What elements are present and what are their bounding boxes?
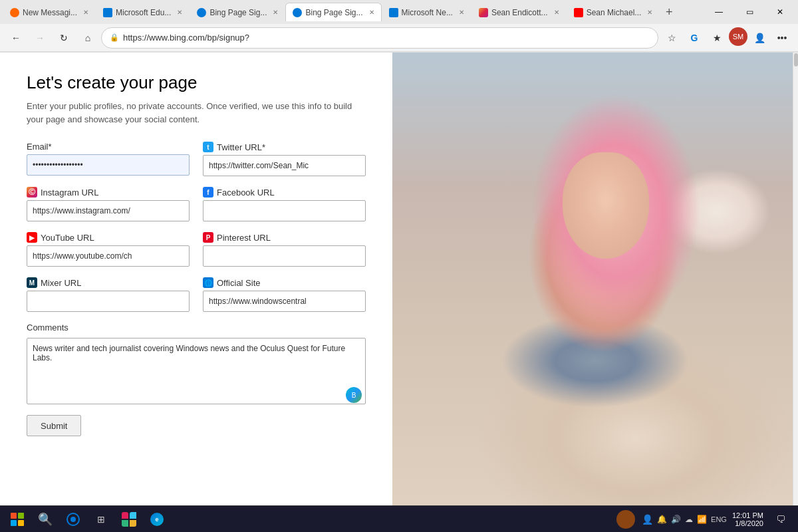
tab-close-button[interactable]: ✕ [270, 9, 278, 16]
mixer-input[interactable] [27, 291, 190, 312]
browser-chrome: New Messagi... ✕ Microsoft Edu... ✕ Bing… [0, 0, 798, 53]
language-indicator[interactable]: ENG [711, 515, 727, 523]
tab-favicon [103, 8, 112, 17]
pinterest-icon: P [203, 232, 213, 243]
start-button[interactable] [5, 507, 29, 531]
notification-icon[interactable]: 🔔 [657, 515, 667, 524]
mixer-field-group: M Mixer URL [27, 277, 190, 312]
comments-field-group: Comments News writer and tech journalist… [27, 323, 366, 407]
notification-center-button[interactable]: 🗨 [769, 507, 793, 531]
star-icon[interactable]: ☆ [661, 27, 682, 49]
bing-icon[interactable]: G [684, 27, 705, 49]
tab-favicon [389, 8, 398, 17]
scrollbar[interactable] [793, 53, 798, 506]
task-view-button[interactable]: ⊞ [89, 507, 113, 531]
official-site-label: 🌐 Official Site [203, 277, 366, 288]
minimize-button[interactable]: — [704, 0, 734, 24]
tab-microsoft-edu[interactable]: Microsoft Edu... ✕ [96, 3, 190, 21]
form-area: Let's create your page Enter your public… [0, 53, 392, 506]
network-icon[interactable]: 📶 [697, 515, 707, 524]
cloud-icon[interactable]: ☁ [685, 515, 693, 524]
taskbar-right: 👤 🔔 🔊 ☁ 📶 ENG 12:01 PM 1/8/2020 🗨 [614, 507, 793, 531]
user-avatar[interactable]: SM [729, 27, 747, 46]
tab-microsoft-news[interactable]: Microsoft Ne... ✕ [382, 3, 471, 21]
tab-close-button[interactable]: ✕ [174, 9, 182, 16]
tab-new-messages[interactable]: New Messagi... ✕ [3, 3, 96, 21]
tab-label: Bing Page Sig... [305, 8, 362, 17]
reload-button[interactable]: ↻ [53, 27, 74, 49]
youtube-icon: ▶ [27, 232, 37, 243]
pinterest-field-group: P Pinterest URL [203, 232, 366, 267]
home-button[interactable]: ⌂ [77, 27, 98, 49]
taskbar-datetime[interactable]: 12:01 PM 1/8/2020 [732, 511, 763, 527]
slack-taskbar-icon[interactable] [117, 507, 141, 531]
taskbar-user-avatar[interactable] [614, 507, 638, 531]
twitter-icon: t [203, 142, 213, 152]
back-button[interactable]: ← [5, 27, 27, 49]
edge-taskbar-icon[interactable]: e [145, 507, 169, 531]
globe-icon: 🌐 [203, 277, 213, 288]
tab-close-button[interactable]: ✕ [456, 9, 464, 16]
tab-label: New Messagi... [23, 8, 77, 17]
youtube-field-group: ▶ YouTube URL [27, 232, 190, 267]
scroll-thumb[interactable] [794, 53, 798, 66]
tab-close-button[interactable]: ✕ [366, 9, 374, 16]
facebook-label: f Facebook URL [203, 187, 366, 198]
navigation-bar: ← → ↻ ⌂ 🔒 https://www.bing.com/bp/signup… [0, 24, 798, 52]
more-options-button[interactable]: ••• [771, 27, 793, 49]
email-field-group: Email* [27, 142, 190, 176]
taskbar: 🔍 ⊞ e 👤 🔔 🔊 ☁ 📶 ENG 12:01 P [0, 505, 798, 532]
official-site-field-group: 🌐 Official Site [203, 277, 366, 312]
taskbar-system-icons: 👤 🔔 🔊 ☁ 📶 ENG [614, 507, 727, 531]
tab-favicon [197, 8, 206, 17]
tab-sean-michael[interactable]: Sean Michael... ✕ [567, 3, 660, 21]
url-text: https://www.bing.com/bp/signup? [123, 33, 650, 43]
forward-button[interactable]: → [29, 27, 51, 49]
tab-bing-signup-2[interactable]: Bing Page Sig... ✕ [285, 3, 381, 21]
search-taskbar-button[interactable]: 🔍 [33, 507, 57, 531]
profile-icon[interactable]: 👤 [749, 27, 770, 49]
collections-icon[interactable]: ★ [706, 27, 728, 49]
tab-close-button[interactable]: ✕ [551, 9, 559, 16]
tab-label: Microsoft Edu... [116, 8, 171, 17]
address-bar[interactable]: 🔒 https://www.bing.com/bp/signup? [101, 27, 658, 49]
facebook-field-group: f Facebook URL [203, 187, 366, 221]
maximize-button[interactable]: ▭ [734, 0, 765, 24]
pinterest-input[interactable] [203, 245, 366, 267]
page-subtitle: Enter your public profiles, no private a… [27, 100, 366, 126]
security-lock-icon: 🔒 [110, 33, 119, 42]
window-controls: — ▭ ✕ [704, 0, 795, 24]
tab-label: Microsoft Ne... [402, 8, 453, 17]
tab-bing-signup-1[interactable]: Bing Page Sig... ✕ [190, 3, 285, 21]
tab-label: Sean Michael... [587, 8, 642, 17]
instagram-field-group: Ⓒ Instagram URL [27, 187, 190, 221]
tab-favicon [293, 8, 302, 17]
nav-actions: ☆ G ★ SM 👤 ••• [661, 27, 793, 49]
youtube-input[interactable] [27, 245, 190, 267]
tab-close-button[interactable]: ✕ [80, 9, 88, 16]
twitter-label: t Twitter URL* [203, 142, 366, 152]
mixer-icon: M [27, 277, 37, 288]
instagram-label: Ⓒ Instagram URL [27, 187, 190, 198]
bing-logo-icon: B [346, 387, 362, 403]
pinterest-label: P Pinterest URL [203, 232, 366, 243]
cortana-button[interactable] [61, 507, 85, 531]
email-input[interactable] [27, 154, 190, 176]
comments-wrapper: News writer and tech journalist covering… [27, 338, 366, 407]
new-tab-button[interactable]: + [660, 3, 678, 21]
official-site-input[interactable] [203, 291, 366, 312]
submit-button[interactable]: Submit [27, 415, 81, 436]
tab-sean-endicott[interactable]: Sean Endicott... ✕ [471, 3, 567, 21]
tab-close-button[interactable]: ✕ [644, 9, 652, 16]
twitter-field-group: t Twitter URL* [203, 142, 366, 176]
page-title: Let's create your page [27, 72, 366, 93]
volume-icon[interactable]: 🔊 [671, 515, 681, 524]
comments-textarea[interactable]: News writer and tech journalist covering… [27, 338, 366, 404]
tab-label: Bing Page Sig... [209, 8, 267, 17]
instagram-input[interactable] [27, 200, 190, 221]
facebook-input[interactable] [203, 200, 366, 221]
close-button[interactable]: ✕ [765, 0, 795, 24]
twitter-input[interactable] [203, 155, 366, 176]
tab-favicon [10, 8, 19, 17]
people-icon[interactable]: 👤 [642, 514, 653, 525]
